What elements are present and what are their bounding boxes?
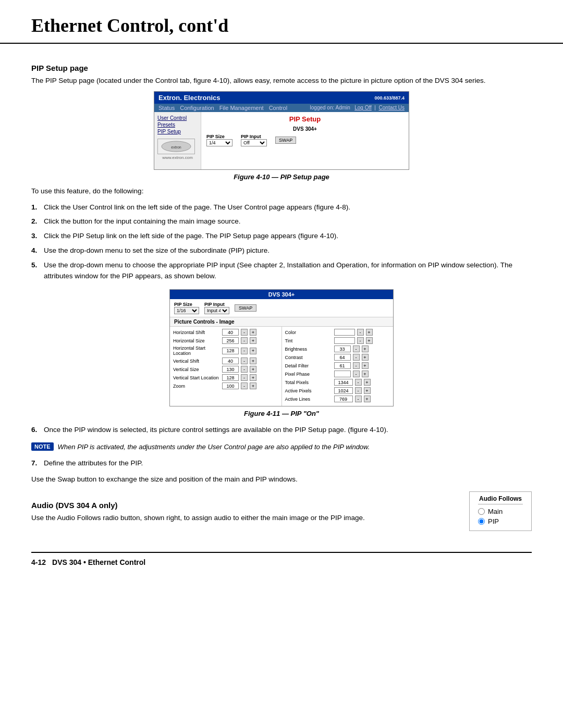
eu-color-plus[interactable]: +: [366, 329, 373, 336]
sidebar-presets[interactable]: Presets: [157, 122, 198, 128]
eu-tint-plus[interactable]: +: [366, 337, 373, 344]
pip-size-label: PIP Size: [206, 134, 232, 139]
eu-total-pixels-minus[interactable]: -: [355, 379, 362, 386]
figure-10-ui: Extron. Electronics 000.633/887.4 Status…: [154, 91, 409, 170]
eu-vert-shift-minus[interactable]: -: [241, 357, 248, 364]
nav-config[interactable]: Configuration: [180, 105, 214, 111]
swap-note: Use the Swap button to exchange the size…: [31, 474, 532, 485]
eu-pip-row: PIP Size 1/16 PIP Input Input 4 SWAP: [170, 299, 393, 317]
eu-vert-start-label: Vertical Start Location: [173, 375, 220, 380]
eu-brightness-input[interactable]: [334, 346, 351, 352]
section-heading-pip: PIP Setup page: [31, 64, 532, 72]
eu-contrast-minus[interactable]: -: [353, 354, 360, 361]
eu-horiz-size-plus[interactable]: +: [250, 337, 256, 344]
eu-vert-shift-plus[interactable]: +: [250, 357, 256, 364]
eu-ctrl-zoom: Zoom - +: [173, 382, 278, 389]
eu-ctrl-vert-size: Vertical Size - +: [173, 366, 278, 373]
eu-active-pixels-input[interactable]: [334, 387, 353, 394]
eu-pixel-phase-label: Pixel Phase: [285, 372, 332, 377]
eu-horiz-shift-plus[interactable]: +: [250, 329, 256, 336]
audio-radio-main[interactable]: [478, 508, 485, 515]
note-text: When PIP is activated, the adjustments u…: [58, 442, 370, 452]
audio-follows-title: Audio Follows: [478, 495, 523, 504]
eu-active-lines-minus[interactable]: -: [355, 396, 362, 402]
swap-button-large[interactable]: SWAP: [235, 304, 256, 312]
eu-pip-input-select[interactable]: Input 4: [204, 307, 229, 314]
audio-radio-pip[interactable]: [478, 518, 485, 525]
eu-vert-start-plus[interactable]: +: [250, 374, 256, 381]
nav-status[interactable]: Status: [158, 105, 175, 111]
eu-tint-input[interactable]: [334, 337, 355, 344]
eu-zoom-input[interactable]: [222, 382, 239, 389]
eu-vert-start-minus[interactable]: -: [241, 374, 248, 381]
eu-color-input[interactable]: [334, 329, 355, 336]
step-5-text: Use the drop-down menu to choose the app…: [44, 260, 532, 282]
eu-horiz-start-label: Horizontal Start Location: [173, 346, 220, 356]
eu-detail-input[interactable]: [334, 362, 351, 369]
eu-zoom-plus[interactable]: +: [250, 382, 256, 389]
eu-active-pixels-plus[interactable]: +: [364, 387, 371, 394]
eu-brightness-plus[interactable]: +: [362, 346, 369, 352]
eu-vert-size-minus[interactable]: -: [241, 366, 248, 373]
pip-intro-para: The PIP Setup page (located under the Co…: [31, 76, 532, 86]
eu-pixel-phase-plus[interactable]: +: [362, 371, 369, 377]
eu-horiz-shift-input[interactable]: [222, 329, 239, 336]
eu-pixel-phase-minus[interactable]: -: [353, 371, 360, 377]
eu-detail-plus[interactable]: +: [362, 362, 369, 369]
eu-total-pixels-input[interactable]: [334, 379, 353, 386]
eu-contrast-plus[interactable]: +: [362, 354, 369, 361]
contact-link[interactable]: Contact Us: [379, 105, 405, 110]
eu-zoom-minus[interactable]: -: [241, 382, 248, 389]
page-footer: 4-12 DVS 304 • Ethernet Control: [31, 552, 532, 566]
sidebar-user-control[interactable]: User Control: [157, 115, 198, 121]
eu-ctrl-vert-start: Vertical Start Location - +: [173, 374, 278, 381]
eu-vert-size-plus[interactable]: +: [250, 366, 256, 373]
eu-horiz-start-minus[interactable]: -: [241, 348, 248, 354]
pip-size-group: PIP Size 1/4: [206, 134, 232, 146]
nav-control[interactable]: Control: [269, 105, 287, 111]
step-4-num: 4.: [31, 245, 40, 256]
eu-color-minus[interactable]: -: [357, 329, 364, 336]
eu-pip-input-group: PIP Input Input 4: [204, 302, 229, 314]
pip-input-select[interactable]: Off: [241, 139, 267, 146]
eu-horiz-shift-minus[interactable]: -: [241, 329, 248, 336]
sidebar-pip-setup[interactable]: PIP Setup: [157, 129, 198, 134]
step-7-num: 7.: [31, 458, 40, 469]
eu-horiz-size-input[interactable]: [222, 337, 239, 344]
step-2-num: 2.: [31, 216, 40, 227]
eu-total-pixels-plus[interactable]: +: [364, 379, 371, 386]
eu-horiz-start-plus[interactable]: +: [250, 348, 256, 354]
eu-active-lines-plus[interactable]: +: [364, 396, 371, 402]
eu-pixel-phase-input[interactable]: [334, 371, 351, 377]
figure-11-box: DVS 304+ PIP Size 1/16 PIP Input Input 4: [167, 289, 396, 417]
footer-page-num: 4-12: [31, 558, 46, 566]
step-7: 7. Define the attributes for the PIP.: [31, 458, 532, 469]
eu-vert-size-input[interactable]: [222, 366, 239, 373]
note-badge: NOTE: [31, 442, 54, 451]
step-1: 1. Click the User Control link on the le…: [31, 202, 532, 213]
eu-vert-start-input[interactable]: [222, 374, 239, 381]
eu-brightness-minus[interactable]: -: [353, 346, 360, 352]
eu-pip-size-select[interactable]: 1/16: [174, 307, 199, 314]
eu-ctrl-horiz-start: Horizontal Start Location - +: [173, 346, 278, 356]
eu-active-pixels-minus[interactable]: -: [355, 387, 362, 394]
eu-horiz-size-minus[interactable]: -: [241, 337, 248, 344]
audio-radio-main-label: Main: [488, 508, 503, 515]
nav-file[interactable]: File Management: [219, 105, 264, 111]
eu-active-lines-input[interactable]: [334, 396, 353, 402]
audio-radio-main-row: Main: [478, 508, 523, 515]
step-7-text: Define the attributes for the PIP.: [44, 458, 532, 469]
eu-contrast-input[interactable]: [334, 354, 351, 361]
pip-size-select[interactable]: 1/4: [206, 139, 232, 146]
step-5-num: 5.: [31, 260, 40, 282]
swap-button-small[interactable]: SWAP: [275, 137, 296, 144]
step-6-text: Once the PIP window is selected, its pic…: [44, 425, 532, 436]
eu-horiz-start-input[interactable]: [222, 348, 239, 354]
step-3-text: Click the PIP Setup link on the left sid…: [44, 231, 532, 242]
eu-vert-shift-input[interactable]: [222, 357, 239, 364]
step-7-list: 7. Define the attributes for the PIP.: [31, 458, 532, 469]
logout-link[interactable]: Log Off: [354, 105, 372, 110]
eu-tint-minus[interactable]: -: [357, 337, 364, 344]
step-2-text: Click the button for the input containin…: [44, 216, 532, 227]
eu-detail-minus[interactable]: -: [353, 362, 360, 369]
